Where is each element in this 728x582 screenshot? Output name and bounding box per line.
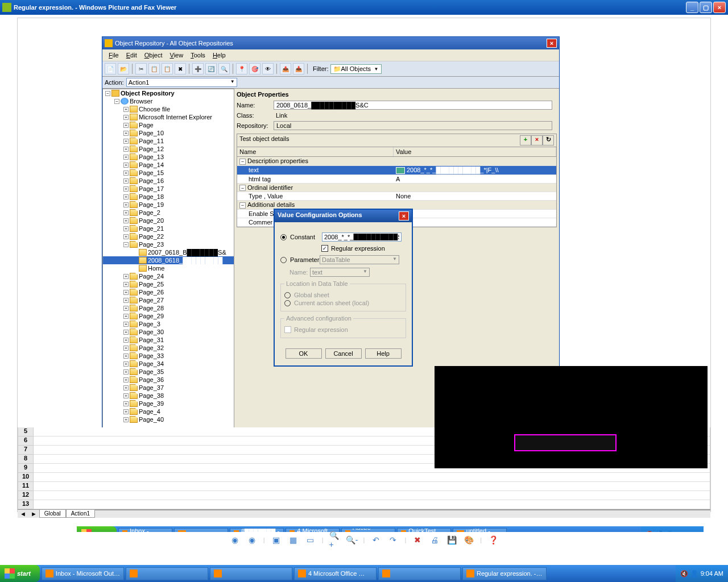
tab-action1[interactable]: Action1: [66, 510, 95, 518]
taskbar-button[interactable]: [378, 567, 461, 580]
tb-update-icon[interactable]: 🔄: [205, 63, 217, 74]
tree-item[interactable]: +Page_36: [103, 376, 234, 384]
taskbar-button[interactable]: Regular expression. -…: [462, 567, 547, 580]
print-button[interactable]: 🖨: [429, 534, 440, 546]
tree-item[interactable]: +Page_2: [103, 209, 234, 217]
tree-item[interactable]: +Page_11: [103, 137, 234, 145]
tb-copy-icon[interactable]: 📋: [148, 63, 160, 74]
tb-add-icon[interactable]: ➕: [192, 63, 204, 74]
menu-edit[interactable]: Edit: [123, 51, 140, 60]
tree-item[interactable]: +Page_13: [103, 153, 234, 161]
fit-button[interactable]: ▣: [271, 534, 282, 546]
grid-section-ordinal[interactable]: −Ordinal identifier: [237, 184, 556, 193]
tree-item[interactable]: +Page_21: [103, 225, 234, 232]
tb-export-icon[interactable]: 📤: [280, 63, 291, 74]
tb-import-icon[interactable]: 📥: [293, 63, 304, 74]
tb-highlight-icon[interactable]: 📍: [236, 63, 247, 74]
menu-help[interactable]: Help: [210, 51, 229, 60]
tree-item[interactable]: +Page_20: [103, 217, 234, 225]
delete-property-button[interactable]: ×: [531, 135, 543, 146]
tree-item[interactable]: +Page_24: [103, 272, 234, 280]
tb-spy-icon[interactable]: 👁: [262, 63, 274, 74]
tb-find-icon[interactable]: 🔍: [218, 63, 230, 74]
tray-icon[interactable]: 👤: [690, 570, 698, 577]
tree-item[interactable]: +Page_3: [103, 320, 234, 328]
close-button[interactable]: ×: [713, 2, 726, 13]
taskbar-button[interactable]: 4 Microsoft Office …: [294, 567, 377, 580]
tree-item[interactable]: +Page_14: [103, 161, 234, 169]
tree-item[interactable]: +Page_18: [103, 193, 234, 201]
tree-item[interactable]: +Page_31: [103, 336, 234, 344]
name-field[interactable]: 2008_0618_██████████S&C: [274, 101, 552, 110]
menu-file[interactable]: File: [106, 51, 122, 60]
row-header[interactable]: 6: [18, 436, 34, 446]
row-header[interactable]: 9: [18, 464, 34, 473]
tree-item[interactable]: +Page_28: [103, 304, 234, 312]
parameter-radio[interactable]: [280, 257, 287, 263]
row-header[interactable]: 8: [18, 455, 34, 464]
zoom-out-button[interactable]: 🔍-: [346, 534, 358, 546]
grid-row-text[interactable]: text2008_*_*_██████████_*|F_\\: [237, 166, 556, 175]
grid-row-type[interactable]: Type , ValueNone: [237, 192, 556, 201]
slideshow-button[interactable]: ▭: [305, 534, 316, 546]
tree-item[interactable]: +Page_39: [103, 400, 234, 408]
tree-browser[interactable]: −Browser: [103, 97, 234, 105]
taskbar-button[interactable]: Inbox - Microsoft Out…: [42, 567, 124, 580]
row-header[interactable]: 10: [18, 473, 34, 482]
tree-item[interactable]: +Page_30: [103, 328, 234, 336]
cancel-button[interactable]: Cancel: [325, 348, 362, 359]
help-button[interactable]: ❓: [487, 534, 499, 546]
tree-item[interactable]: 2008_0618_█████████: [103, 256, 234, 264]
tree-item[interactable]: Home: [103, 264, 234, 272]
menu-view[interactable]: View: [167, 51, 187, 60]
tree-item[interactable]: +Page_12: [103, 145, 234, 153]
tb-delete-icon[interactable]: ✖: [175, 63, 186, 74]
tree-item[interactable]: +Page_17: [103, 185, 234, 193]
regex-checkbox[interactable]: ✓: [321, 245, 328, 252]
maximize-button[interactable]: ▢: [700, 2, 712, 13]
prev-image-button[interactable]: ◉: [229, 534, 241, 546]
tree-item[interactable]: −Page_23: [103, 240, 234, 248]
zoom-in-button[interactable]: 🔍+: [329, 534, 341, 546]
tree-item[interactable]: +Page_35: [103, 368, 234, 376]
filter-dropdown[interactable]: 📁 All Objects ▼: [330, 64, 382, 74]
tb-paste-icon[interactable]: 📋: [162, 63, 173, 74]
grid-section-desc[interactable]: −Description properties: [237, 157, 556, 166]
taskbar-button[interactable]: [210, 567, 292, 580]
tree-item[interactable]: +Page_4: [103, 408, 234, 415]
action-dropdown[interactable]: Action1 ▼: [126, 78, 237, 87]
start-button[interactable]: start: [0, 565, 40, 582]
tree-item[interactable]: +Page_27: [103, 296, 234, 304]
tree-item[interactable]: +Page_15: [103, 169, 234, 177]
tree-root[interactable]: −Object Repository: [103, 89, 234, 97]
tb-cut-icon[interactable]: ✂: [135, 63, 147, 74]
rotate-cw-button[interactable]: ↷: [387, 534, 399, 546]
tree-item[interactable]: +Page_37: [103, 384, 234, 392]
tree-item[interactable]: +Page_22: [103, 232, 234, 240]
edit-button[interactable]: 🎨: [463, 534, 474, 546]
tree-item[interactable]: +Page_33: [103, 352, 234, 360]
tree-item[interactable]: +Page_29: [103, 312, 234, 320]
actual-size-button[interactable]: ▦: [288, 534, 299, 546]
tree-item[interactable]: +Page_38: [103, 392, 234, 400]
tab-global[interactable]: Global: [39, 510, 66, 518]
row-header[interactable]: 11: [18, 482, 34, 491]
tree-item[interactable]: +Page: [103, 121, 234, 129]
row-header[interactable]: 5: [18, 427, 34, 436]
taskbar-button[interactable]: [126, 567, 208, 580]
ok-button[interactable]: OK: [286, 348, 322, 359]
constant-radio[interactable]: [280, 234, 287, 240]
tray-icon[interactable]: 🔇: [680, 570, 688, 577]
refresh-property-button[interactable]: ↻: [543, 135, 554, 146]
row-header[interactable]: 13: [18, 500, 34, 509]
next-image-button[interactable]: ◉: [246, 534, 258, 546]
save-button[interactable]: 💾: [446, 534, 457, 546]
tree-item[interactable]: +Page_26: [103, 288, 234, 296]
row-header[interactable]: 7: [18, 446, 34, 455]
add-property-button[interactable]: +: [520, 135, 531, 146]
grid-row-htmltag[interactable]: html tagA: [237, 175, 556, 184]
tree-item[interactable]: +Page_34: [103, 360, 234, 368]
tb-locate-icon[interactable]: 🎯: [249, 63, 260, 74]
menu-tools[interactable]: Tools: [188, 51, 208, 60]
tree-item[interactable]: +Page_19: [103, 201, 234, 209]
